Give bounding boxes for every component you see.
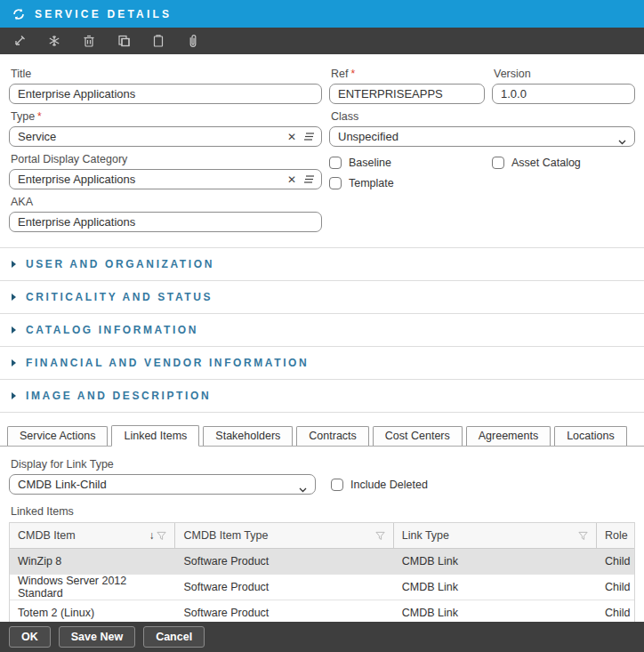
baseline-checkbox-box[interactable]: [329, 157, 342, 169]
include-deleted-label: Include Deleted: [350, 479, 428, 491]
service-details-form: Title Ref* Version Type* ✕: [0, 54, 644, 232]
tab-agreements[interactable]: Agreements: [466, 426, 551, 446]
version-input[interactable]: [492, 84, 635, 104]
asset-catalog-label: Asset Catalog: [511, 157, 581, 169]
tab-stakeholders[interactable]: Stakeholders: [203, 426, 293, 446]
cell-cmdb-item-type: Software Product: [175, 607, 393, 619]
asset-catalog-checkbox[interactable]: Asset Catalog: [492, 157, 635, 169]
required-indicator: *: [37, 110, 42, 123]
linked-items-panel: Display for Link Type CMDB Link-Child In…: [0, 447, 644, 626]
paste-icon[interactable]: [151, 34, 165, 48]
cell-link-type: CMDB Link: [394, 555, 597, 567]
display-for-link-type-label: Display for Link Type: [11, 458, 633, 471]
tab-service-actions[interactable]: Service Actions: [7, 426, 108, 446]
aka-label: AKA: [11, 196, 320, 208]
tab-cost-centers[interactable]: Cost Centers: [373, 426, 463, 446]
class-select-value: Unspecified: [338, 130, 398, 143]
section-title: CATALOG INFORMATION: [26, 324, 198, 336]
browse-icon[interactable]: [303, 132, 315, 141]
portal-display-category-label: Portal Display Category: [11, 153, 320, 165]
column-header-cmdb-item-type[interactable]: CMDB Item Type: [175, 523, 393, 548]
collapsible-sections: USER AND ORGANIZATION CRITICALITY AND ST…: [0, 247, 644, 413]
template-label: Template: [349, 177, 394, 189]
cell-cmdb-item: WinZip 8: [10, 555, 175, 567]
ok-button[interactable]: OK: [9, 626, 51, 648]
attachment-icon[interactable]: [186, 34, 200, 48]
collapsed-arrow-icon: [12, 261, 16, 268]
cell-cmdb-item-type: Software Product: [175, 555, 393, 567]
section-financial-and-vendor-information[interactable]: FINANCIAL AND VENDOR INFORMATION: [0, 346, 644, 379]
table-row[interactable]: WinZip 8 Software Product CMDB Link Chil…: [10, 549, 634, 575]
filter-icon[interactable]: [375, 531, 385, 541]
aka-input[interactable]: [9, 212, 322, 232]
cancel-button[interactable]: Cancel: [143, 626, 205, 648]
tab-linked-items[interactable]: Linked Items: [111, 425, 199, 447]
table-header-row: CMDB Item ↓ CMDB Item Type Link Type Ro: [10, 523, 634, 549]
tab-locations[interactable]: Locations: [554, 426, 627, 446]
collapsed-arrow-icon: [12, 359, 16, 366]
pin-icon[interactable]: [12, 34, 27, 48]
cell-link-type: CMDB Link: [394, 581, 597, 593]
sync-icon[interactable]: [12, 7, 26, 21]
ref-input[interactable]: [329, 84, 485, 104]
section-image-and-description[interactable]: IMAGE AND DESCRIPTION: [0, 379, 644, 412]
title-label: Title: [11, 68, 320, 80]
filter-icon[interactable]: [578, 531, 588, 541]
asset-catalog-checkbox-box[interactable]: [492, 157, 504, 169]
footer-action-bar: OK Save New Cancel: [0, 622, 644, 652]
table-row[interactable]: Windows Server 2012 Standard Software Pr…: [10, 575, 634, 600]
ref-label: Ref*: [331, 68, 483, 80]
type-label: Type*: [11, 110, 320, 123]
linked-items-table: CMDB Item ↓ CMDB Item Type Link Type Ro: [9, 522, 635, 626]
toolbar: [0, 28, 644, 54]
class-label: Class: [331, 110, 633, 123]
baseline-label: Baseline: [349, 157, 391, 169]
linked-items-grid-label: Linked Items: [11, 505, 633, 518]
section-catalog-information[interactable]: CATALOG INFORMATION: [0, 313, 644, 346]
browse-icon[interactable]: [303, 174, 315, 184]
portal-display-category-input[interactable]: [9, 169, 322, 189]
cell-role: Child: [597, 581, 634, 593]
cell-cmdb-item-type: Software Product: [175, 581, 393, 593]
column-header-link-type[interactable]: Link Type: [394, 523, 597, 548]
display-for-link-type-select[interactable]: CMDB Link-Child: [9, 474, 316, 495]
section-criticality-and-status[interactable]: CRITICALITY AND STATUS: [0, 280, 644, 313]
class-select[interactable]: Unspecified: [329, 126, 635, 147]
tab-contracts[interactable]: Contracts: [296, 426, 369, 446]
baseline-checkbox[interactable]: Baseline: [329, 157, 492, 169]
cell-link-type: CMDB Link: [394, 607, 597, 619]
column-header-cmdb-item[interactable]: CMDB Item ↓: [10, 523, 175, 548]
column-header-role[interactable]: Role: [597, 523, 634, 548]
display-for-link-type-value: CMDB Link-Child: [18, 478, 107, 491]
section-title: FINANCIAL AND VENDOR INFORMATION: [26, 357, 309, 369]
version-label: Version: [494, 68, 633, 80]
save-new-button[interactable]: Save New: [59, 626, 135, 648]
chevron-down-icon: [299, 482, 307, 495]
window-header: SERVICE DETAILS: [0, 0, 644, 28]
cell-role: Child: [597, 555, 634, 567]
section-title: USER AND ORGANIZATION: [26, 258, 214, 270]
section-title: IMAGE AND DESCRIPTION: [26, 390, 211, 402]
sort-descending-icon[interactable]: ↓: [149, 529, 154, 542]
cell-role: Child: [597, 607, 634, 619]
cell-cmdb-item: Windows Server 2012 Standard: [10, 575, 175, 600]
copy-icon[interactable]: [117, 34, 131, 48]
freeze-icon[interactable]: [47, 34, 61, 48]
delete-icon[interactable]: [82, 34, 96, 48]
collapsed-arrow-icon: [12, 326, 16, 334]
required-indicator: *: [350, 68, 355, 80]
type-input[interactable]: [9, 126, 322, 147]
section-title: CRITICALITY AND STATUS: [26, 291, 213, 303]
template-checkbox-box[interactable]: [329, 177, 342, 189]
clear-icon[interactable]: ✕: [287, 174, 296, 185]
chevron-down-icon: [618, 134, 626, 148]
include-deleted-checkbox[interactable]: Include Deleted: [331, 479, 428, 491]
clear-icon[interactable]: ✕: [287, 132, 296, 142]
collapsed-arrow-icon: [12, 392, 16, 399]
cell-cmdb-item: Totem 2 (Linux): [10, 607, 175, 619]
include-deleted-checkbox-box[interactable]: [331, 479, 343, 491]
title-input[interactable]: [9, 84, 322, 104]
filter-icon[interactable]: [157, 531, 166, 541]
section-user-and-organization[interactable]: USER AND ORGANIZATION: [0, 247, 644, 280]
template-checkbox[interactable]: Template: [329, 177, 492, 189]
